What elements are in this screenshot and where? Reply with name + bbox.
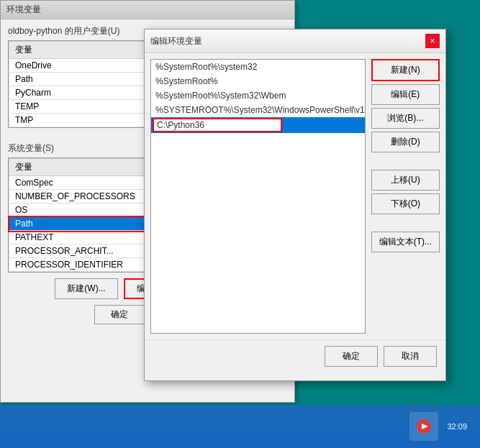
bg-ok-button[interactable]: 确定 — [94, 305, 145, 324]
bg-new-button[interactable]: 新建(W)... — [55, 278, 117, 299]
taskbar: 32:09 — [0, 405, 480, 448]
dialog-action-buttons: 新建(N) 编辑(E) 浏览(B)... 删除(D) 上移(U) 下移(O) 编… — [371, 59, 440, 334]
editing-path-item[interactable] — [151, 117, 365, 133]
dialog-cancel-button[interactable]: 取消 — [384, 346, 437, 367]
edit-env-dialog: 编辑环境变量 × %SystemRoot%\system32 %SystemRo… — [144, 29, 446, 381]
dialog-title-text: 编辑环境变量 — [150, 35, 202, 47]
taskbar-video-icon[interactable] — [409, 412, 438, 441]
dialog-content-area: %SystemRoot%\system32 %SystemRoot% %Syst… — [145, 53, 445, 339]
dialog-close-button[interactable]: × — [425, 34, 440, 48]
list-item[interactable]: %SystemRoot% — [151, 74, 365, 88]
dialog-footer: 确定 取消 — [145, 339, 445, 372]
user-col-var: 变量 — [9, 42, 160, 59]
list-item[interactable]: %SYSTEMROOT%\System32\WindowsPowerShell\… — [151, 103, 365, 117]
new-path-button[interactable]: 新建(N) — [371, 59, 440, 81]
list-item[interactable]: %SystemRoot%\System32\Wbem — [151, 88, 365, 103]
edit-path-button[interactable]: 编辑(E) — [371, 84, 440, 105]
path-list: %SystemRoot%\system32 %SystemRoot% %Syst… — [150, 59, 366, 334]
dialog-ok-button[interactable]: 确定 — [325, 346, 378, 367]
browse-path-button[interactable]: 浏览(B)... — [371, 108, 440, 129]
bg-window-title: 环境变量 — [1, 1, 294, 19]
dialog-title-bar: 编辑环境变量 × — [145, 29, 445, 53]
move-up-button[interactable]: 上移(U) — [371, 170, 440, 191]
path-edit-input[interactable] — [153, 118, 282, 132]
taskbar-time: 32:09 — [441, 419, 473, 434]
move-down-button[interactable]: 下移(O) — [371, 193, 440, 214]
list-item[interactable]: %SystemRoot%\system32 — [151, 60, 365, 74]
edit-text-button[interactable]: 编辑文本(T)... — [371, 232, 440, 252]
delete-path-button[interactable]: 删除(D) — [371, 132, 440, 152]
